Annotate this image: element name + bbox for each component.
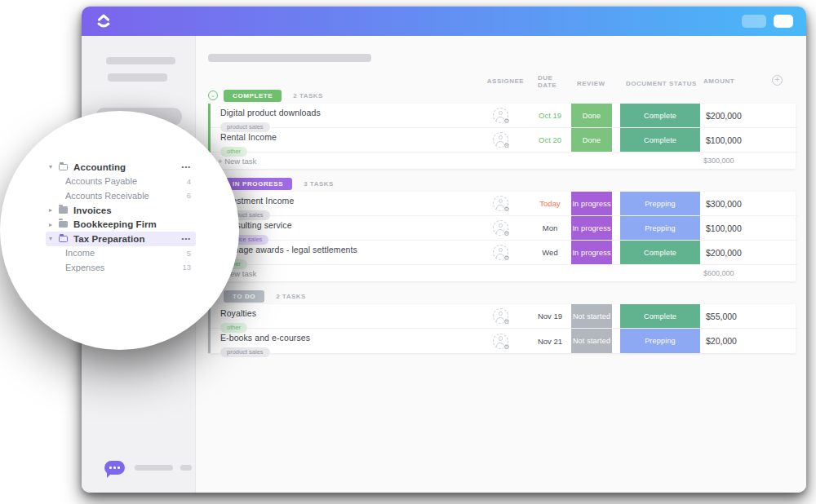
due-date[interactable]: Wed [529, 241, 571, 264]
review-status-cell[interactable]: In progress [571, 192, 612, 215]
document-status-cell[interactable]: Prepping [620, 329, 700, 353]
chevron-down-icon[interactable]: ▾ [49, 163, 57, 170]
task-title[interactable]: Consulting service [220, 220, 472, 230]
status-badge[interactable]: TO DO [224, 290, 264, 303]
tree-item-income[interactable]: Income 5 [46, 246, 196, 261]
column-due-date[interactable]: DUE DATE [538, 74, 569, 89]
chat-bubble-icon[interactable] [104, 461, 125, 475]
due-date[interactable]: Today [529, 192, 571, 215]
sidebar-footer [104, 461, 192, 475]
ellipsis-menu-icon[interactable]: ••• [182, 235, 191, 242]
assign-user-icon[interactable]: ⚙ [493, 132, 508, 148]
document-status-cell[interactable]: Complete [620, 304, 700, 328]
task-row[interactable]: E-books and e-courses product sales ⚙ No… [211, 329, 798, 353]
group-in-progress: ⌄ IN PROGRESS 3 TASKS Investment Income … [208, 177, 806, 281]
task-title[interactable]: Digital product downloads [220, 108, 472, 117]
tree-item-tax-preparation[interactable]: ▾ Tax Preparation ••• [46, 232, 196, 246]
add-column-icon[interactable]: + [772, 75, 783, 86]
due-date[interactable]: Nov 19 [529, 304, 571, 328]
chevron-right-icon[interactable]: ▸ [49, 206, 57, 214]
sidebar-placeholder-bar [108, 73, 167, 82]
task-title[interactable]: Damage awards - legal settlements [220, 245, 472, 254]
review-status-cell[interactable]: Not started [571, 329, 612, 353]
gear-icon: ⚙ [503, 118, 509, 125]
group-card: Royalties other ⚙ Nov 19 Not started Com… [208, 304, 796, 353]
task-title[interactable]: Rental Income [220, 132, 472, 142]
amount-value[interactable]: $200,000 [700, 241, 798, 264]
assign-user-icon[interactable]: ⚙ [493, 334, 508, 349]
column-assignee[interactable]: ASSIGNEE [487, 77, 524, 85]
group-complete: ⌄ COMPLETE 2 TASKS Digital product downl… [208, 89, 806, 169]
amount-value[interactable]: $55,000 [700, 304, 798, 328]
item-count: 4 [187, 177, 191, 186]
due-date[interactable]: Oct 19 [529, 104, 571, 127]
document-status-cell[interactable]: Complete [620, 241, 700, 264]
amount-value[interactable]: $20,000 [700, 329, 798, 353]
status-badge[interactable]: IN PROGRESS [224, 178, 292, 190]
column-amount[interactable]: AMOUNT [703, 77, 734, 85]
group-header: ⌄ COMPLETE 2 TASKS [208, 89, 806, 102]
titlebar-button-primary[interactable] [774, 15, 793, 28]
task-title[interactable]: Investment Income [220, 196, 472, 206]
document-status-cell[interactable]: Prepping [620, 192, 700, 215]
task-row[interactable]: Rental Income other ⚙ Oct 20 Done Comple… [211, 128, 798, 153]
task-list-view: ASSIGNEE DUE DATE REVIEW DOCUMENT STATUS… [196, 36, 806, 493]
new-task-button[interactable]: + New task [208, 157, 698, 166]
tree-item-accounts-payable[interactable]: Accounts Payable 4 [46, 175, 196, 189]
review-status-cell[interactable]: In progress [571, 241, 612, 264]
ellipsis-menu-icon[interactable]: ••• [182, 163, 191, 170]
titlebar-button-secondary[interactable] [742, 15, 766, 28]
assign-user-icon[interactable]: ⚙ [493, 220, 508, 236]
assign-user-icon[interactable]: ⚙ [493, 308, 508, 324]
tree-item-expenses[interactable]: Expenses 13 [46, 260, 196, 275]
review-status-cell[interactable]: Done [571, 104, 612, 127]
collapse-group-icon[interactable]: ⌄ [208, 91, 218, 100]
status-badge[interactable]: COMPLETE [224, 90, 282, 102]
folder-icon [59, 206, 68, 214]
document-status-cell[interactable]: Complete [620, 128, 700, 152]
gear-icon: ⚙ [503, 231, 509, 237]
column-review[interactable]: REVIEW [577, 80, 605, 87]
amount-value[interactable]: $200,000 [700, 104, 798, 127]
task-title[interactable]: E-books and e-courses [220, 333, 472, 343]
folder-icon [59, 221, 68, 228]
task-row[interactable]: Investment Income product sales ⚙ Today … [211, 192, 798, 216]
gear-icon: ⚙ [503, 143, 509, 149]
chevron-down-icon[interactable]: ▾ [49, 235, 57, 242]
review-status-cell[interactable]: Not started [571, 304, 612, 328]
due-date[interactable]: Nov 21 [529, 329, 571, 353]
amount-total: $300,000 [698, 157, 796, 165]
tree-item-invoices[interactable]: ▸ Invoices [46, 203, 196, 218]
assign-user-icon[interactable]: ⚙ [493, 196, 508, 211]
amount-value[interactable]: $100,000 [700, 216, 798, 240]
column-document-status[interactable]: DOCUMENT STATUS [626, 80, 697, 87]
task-title[interactable]: Royalties [220, 308, 472, 318]
chevron-right-icon[interactable]: ▸ [49, 221, 57, 228]
task-count: 2 TASKS [276, 293, 306, 300]
task-row[interactable]: Digital product downloads product sales … [211, 104, 798, 128]
task-tag[interactable]: product sales [220, 347, 270, 358]
task-row[interactable]: Consulting service service sales ⚙ Mon I… [211, 216, 798, 241]
new-task-button[interactable]: + New task [208, 269, 698, 278]
task-tag[interactable]: other [220, 147, 247, 157]
tree-item-accounting[interactable]: ▾ Accounting ••• [46, 160, 196, 175]
due-date[interactable]: Mon [529, 216, 571, 240]
document-status-cell[interactable]: Prepping [620, 216, 700, 240]
table-header: ASSIGNEE DUE DATE REVIEW DOCUMENT STATUS… [208, 75, 796, 87]
due-date[interactable]: Oct 20 [529, 128, 571, 152]
page: ASSIGNEE DUE DATE REVIEW DOCUMENT STATUS… [0, 0, 816, 504]
task-row[interactable]: Damage awards - legal settlements other … [211, 241, 798, 265]
amount-value[interactable]: $300,000 [700, 192, 798, 215]
document-status-cell[interactable]: Complete [620, 104, 700, 127]
tree-item-accounts-receivable[interactable]: Accounts Receivable 6 [46, 188, 196, 203]
review-status-cell[interactable]: Done [571, 128, 612, 152]
footer-placeholder-bar [180, 465, 192, 471]
task-row[interactable]: Royalties other ⚙ Nov 19 Not started Com… [211, 304, 798, 329]
review-status-cell[interactable]: In progress [571, 216, 612, 240]
group-header: ⌄ IN PROGRESS 3 TASKS [208, 177, 806, 190]
assign-user-icon[interactable]: ⚙ [493, 245, 508, 260]
assign-user-icon[interactable]: ⚙ [493, 108, 508, 123]
amount-value[interactable]: $100,000 [700, 128, 798, 152]
tree-item-bookkeeping-firm[interactable]: ▸ Bookkeeping Firm [46, 217, 196, 232]
amount-total: $600,000 [698, 269, 796, 277]
